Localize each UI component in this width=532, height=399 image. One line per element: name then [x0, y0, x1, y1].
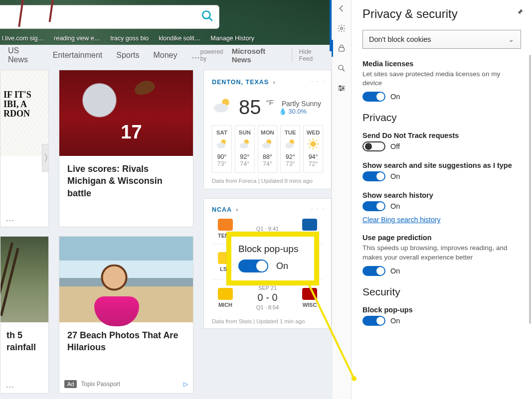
search-input[interactable]: [0, 12, 201, 21]
game-score: 0 - 0: [239, 292, 296, 303]
weather-unit: °F: [266, 98, 274, 107]
forecast-low: 72°: [304, 160, 323, 167]
card-title: Live scores: Rivals Michigan & Wisconsin…: [59, 156, 193, 205]
search-history-title: Show search history: [362, 191, 521, 199]
panel-title: Privacy & security: [362, 7, 521, 21]
forecast-high: 92°: [235, 153, 254, 160]
forecast-day-name: SUN: [235, 130, 254, 135]
privacy-security-panel: Privacy & security Don't block cookies ⌄…: [352, 0, 532, 399]
weather-widget: DENTON, TEXAS › · · · 85 °F Partly Sunny…: [203, 70, 332, 189]
sponsor-label: Topix Passport: [81, 381, 120, 388]
card-more-icon[interactable]: …: [5, 380, 15, 390]
forecast-day-name: WED: [304, 130, 323, 135]
peek-card-comic[interactable]: 〉 …: [0, 70, 49, 227]
suggestions-toggle[interactable]: [362, 171, 385, 181]
clear-bing-history-link[interactable]: Clear Bing search history: [362, 216, 440, 224]
svg-line-19: [316, 140, 317, 141]
svg-point-5: [216, 143, 225, 148]
card-more-icon[interactable]: …: [5, 213, 15, 224]
widget-more-icon[interactable]: · · ·: [311, 77, 325, 85]
nav-item-usnews[interactable]: US News: [8, 46, 39, 64]
page-prediction-toggle[interactable]: [362, 266, 385, 276]
bookmark-item[interactable]: l.live.com sig…: [2, 35, 44, 42]
back-icon[interactable]: [336, 3, 347, 14]
callout-state: On: [276, 261, 288, 271]
feed-nav: US News Entertainment Sports Money … pow…: [0, 45, 332, 66]
news-feed-area: l.live.com sig… reading view e… tracy go…: [0, 0, 332, 399]
bookmark-item[interactable]: klondike solit…: [159, 35, 200, 42]
game-mid: Q1 · 9:41: [239, 226, 296, 232]
zoom-icon[interactable]: [336, 63, 347, 74]
scores-header[interactable]: NCAA ›: [212, 206, 238, 213]
scores-header-text: NCAA: [212, 206, 232, 213]
page-prediction-title: Use page prediction: [362, 234, 521, 242]
forecast-day[interactable]: TUE92°73°: [280, 125, 300, 173]
sliders-icon[interactable]: [336, 83, 347, 94]
callout-block-popups: Block pop-ups On: [226, 232, 319, 285]
peek-card-rainfall[interactable]: th 5 rainfall …: [0, 236, 49, 394]
bookmark-item[interactable]: Manage History: [210, 35, 254, 42]
search-icon[interactable]: [201, 9, 214, 24]
weather-location[interactable]: DENTON, TEXAS ›: [212, 79, 276, 86]
forecast-low: 73°: [281, 160, 300, 167]
powered-by: powered by Microsoft News: [200, 47, 283, 64]
hide-feed-link[interactable]: Hide Feed: [292, 48, 325, 62]
pin-icon[interactable]: [516, 8, 524, 18]
search-box[interactable]: [0, 5, 219, 29]
page-prediction-desc: This speeds up browsing, improves readin…: [362, 244, 521, 262]
weather-location-text: DENTON, TEXAS: [212, 79, 269, 86]
search-history-state: On: [390, 202, 400, 210]
powered-by-brand: Microsoft News: [232, 47, 283, 64]
page-prediction-state: On: [390, 267, 400, 275]
ad-badge: Ad: [64, 380, 77, 388]
nav-item-sports[interactable]: Sports: [116, 51, 139, 60]
search-history-toggle[interactable]: [362, 201, 385, 211]
cookies-dropdown[interactable]: Don't block cookies ⌄: [362, 30, 521, 49]
nav-item-money[interactable]: Money: [153, 51, 177, 60]
forecast-low: 74°: [258, 160, 277, 167]
team-logo: [302, 219, 317, 231]
weather-now: 85 °F Partly Sunny 💧 30.0%: [212, 95, 323, 119]
active-tab-strip: [330, 0, 332, 51]
svg-point-32: [340, 89, 342, 91]
svg-point-12: [310, 141, 316, 146]
gear-icon[interactable]: [336, 23, 347, 34]
forecast-day[interactable]: MON88°74°: [258, 125, 278, 173]
chevron-right-icon: ›: [236, 206, 238, 213]
peek-card-title: th 5 rainfall: [0, 322, 48, 359]
nav-more-icon[interactable]: …: [191, 50, 200, 61]
carousel-next-icon[interactable]: 〉: [42, 144, 49, 172]
nav-item-entertainment[interactable]: Entertainment: [53, 51, 103, 60]
card-football[interactable]: Live scores: Rivals Michigan & Wisconsin…: [59, 70, 193, 227]
svg-line-26: [343, 69, 345, 72]
widget-more-icon[interactable]: · · ·: [311, 205, 325, 212]
dnt-toggle[interactable]: [362, 141, 385, 151]
rainfall-thumbnail: [0, 237, 48, 322]
svg-line-17: [309, 140, 310, 141]
forecast-day[interactable]: SAT90°73°: [212, 125, 232, 173]
card-beach[interactable]: 27 Beach Photos That Are Hilarious Ad To…: [59, 236, 193, 394]
forecast-day[interactable]: SUN92°74°: [235, 125, 255, 173]
lock-icon[interactable]: [336, 43, 347, 54]
panel-scrollbar[interactable]: [529, 55, 531, 389]
team-logo: [302, 288, 317, 300]
bookmark-bar: l.live.com sig… reading view e… tracy go…: [0, 32, 254, 45]
scores-footer: Data from Stats | Updated 1 min ago: [212, 318, 323, 324]
block-popups-toggle[interactable]: [362, 316, 385, 326]
football-thumbnail: [59, 70, 193, 156]
block-popups-state: On: [390, 317, 400, 325]
svg-point-23: [341, 27, 343, 30]
dnt-title: Send Do Not Track requests: [362, 132, 521, 139]
weather-temp: 85: [239, 96, 261, 119]
bookmark-item[interactable]: reading view e…: [54, 35, 100, 42]
forecast-low: 73°: [212, 160, 231, 167]
adchoices-icon[interactable]: ▷: [183, 381, 188, 388]
forecast-high: 92°: [281, 153, 300, 160]
callout-toggle[interactable]: [238, 260, 268, 272]
media-licenses-toggle[interactable]: [362, 92, 385, 102]
forecast-high: 94°: [304, 153, 323, 160]
card-footer: Ad Topix Passport ▷: [59, 377, 193, 393]
forecast-high: 90°: [212, 153, 231, 160]
bookmark-item[interactable]: tracy goss bio: [110, 35, 149, 42]
forecast-day[interactable]: WED94°72°: [303, 125, 323, 173]
